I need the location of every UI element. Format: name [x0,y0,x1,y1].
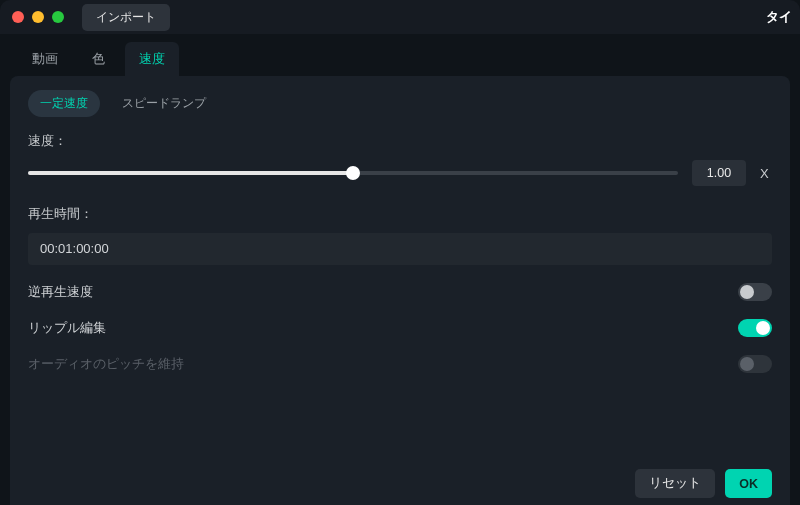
speed-unit: X [760,166,772,181]
speed-slider-row: 1.00 X [28,160,772,186]
pitch-row: オーディオのピッチを維持 [28,355,772,373]
ripple-edit-toggle[interactable] [738,319,772,337]
speed-slider-thumb[interactable] [346,166,360,180]
tab-speed[interactable]: 速度 [125,42,179,76]
ripple-edit-label: リップル編集 [28,319,106,337]
pitch-label: オーディオのピッチを維持 [28,355,184,373]
top-tabs: 動画 色 速度 [0,34,800,76]
tab-video[interactable]: 動画 [18,42,72,76]
speed-panel: 一定速度 スピードランプ 速度： 1.00 X 再生時間： 00:01:00:0… [10,76,790,505]
reverse-speed-label: 逆再生速度 [28,283,93,301]
reset-button[interactable]: リセット [635,469,715,498]
minimize-icon[interactable] [32,11,44,23]
speed-slider[interactable] [28,171,678,175]
speed-value-input[interactable]: 1.00 [692,160,746,186]
subtab-speed-ramp[interactable]: スピードランプ [110,90,218,117]
tab-color[interactable]: 色 [78,42,119,76]
titlebar: インポート タイ [0,0,800,34]
ripple-edit-row: リップル編集 [28,319,772,337]
subtab-constant-speed[interactable]: 一定速度 [28,90,100,117]
ok-button[interactable]: OK [725,469,772,498]
close-icon[interactable] [12,11,24,23]
speed-slider-fill [28,171,353,175]
panel-footer: リセット OK [635,469,772,498]
speed-label: 速度： [28,133,772,150]
reverse-speed-row: 逆再生速度 [28,283,772,301]
duration-label: 再生時間： [28,206,772,223]
window-controls [12,11,64,23]
reverse-speed-toggle[interactable] [738,283,772,301]
duration-input[interactable]: 00:01:00:00 [28,233,772,265]
pitch-toggle [738,355,772,373]
maximize-icon[interactable] [52,11,64,23]
speed-subtabs: 一定速度 スピードランプ [28,90,772,117]
import-button[interactable]: インポート [82,4,170,31]
window-title: タイ [766,8,792,26]
